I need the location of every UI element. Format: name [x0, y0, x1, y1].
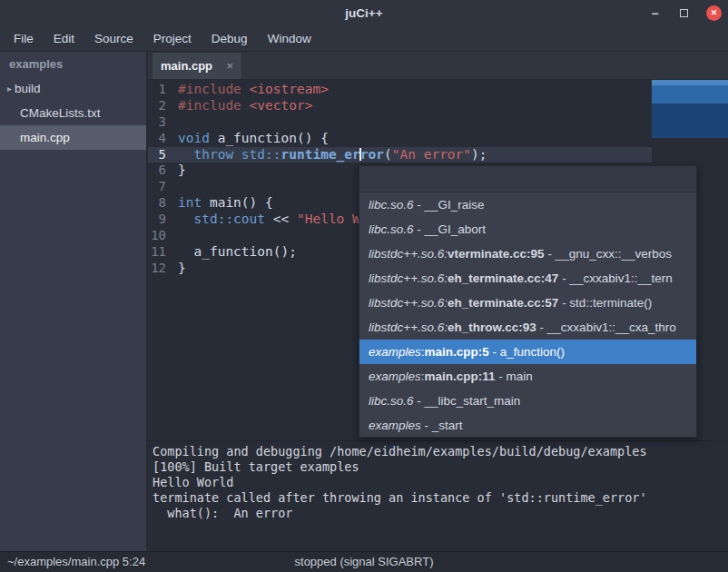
debug-info-overlay-mid [652, 85, 728, 104]
code-line-4[interactable]: 4void a_function() { [148, 131, 728, 147]
stack-frame-item[interactable]: libc.so.6 - __GI_raise [359, 192, 696, 217]
sidebar-item-label: main.cpp [20, 131, 70, 144]
restore-icon [680, 9, 688, 17]
menu-item-project[interactable]: Project [143, 26, 202, 52]
tab-label: main.cpp [161, 59, 226, 73]
code-text: #include <iostream> [172, 82, 329, 98]
menu-item-source[interactable]: Source [84, 26, 143, 52]
tab-close-icon[interactable]: × [226, 59, 233, 73]
console-line: terminate called after throwing an insta… [152, 490, 723, 506]
sidebar-item-main-cpp[interactable]: main.cpp [0, 125, 146, 150]
code-line-2[interactable]: 2#include <vector> [148, 98, 728, 114]
sidebar-item-build[interactable]: ▸build [0, 76, 146, 101]
close-icon: ✕ [711, 9, 718, 17]
menu-item-file[interactable]: File [4, 26, 44, 52]
statusbar: ~/examples/main.cpp 5:24 stopped (signal… [0, 551, 728, 572]
debug-console[interactable]: Compiling and debugging /home/eidheim/ex… [148, 441, 728, 551]
chevron-right-icon[interactable]: ▸ [0, 84, 15, 94]
line-number: 12 [148, 261, 172, 277]
line-number: 5 [148, 147, 172, 163]
menu-item-debug[interactable]: Debug [202, 26, 258, 52]
line-number: 4 [148, 131, 172, 147]
titlebar[interactable]: juCi++ − ✕ [0, 0, 728, 26]
debug-info-overlay [652, 80, 728, 138]
code-line-1[interactable]: 1#include <iostream> [148, 82, 728, 98]
minimize-button[interactable]: − [647, 5, 663, 21]
close-button[interactable]: ✕ [706, 5, 722, 21]
stacktrace-list: libc.so.6 - __GI_raiselibc.so.6 - __GI_a… [359, 192, 696, 438]
popup-filter-input[interactable] [359, 166, 696, 192]
line-number: 6 [148, 163, 172, 179]
stacktrace-popup: libc.so.6 - __GI_raiselibc.so.6 - __GI_a… [359, 165, 697, 438]
code-text [172, 228, 178, 244]
code-text: throw std::runtime_error("An error"); [172, 147, 487, 163]
console-line: Hello World [152, 475, 723, 490]
code-text: int main() { [172, 195, 273, 212]
stack-frame-item[interactable]: examples:main.cpp:5 - a_function() [359, 340, 696, 364]
stack-frame-item[interactable]: libc.so.6 - __libc_start_main [359, 389, 696, 413]
code-text: std::cout << "Hello W [172, 212, 360, 228]
tab-main-cpp[interactable]: main.cpp × [152, 52, 242, 79]
menubar: FileEditSourceProjectDebugWindow [0, 26, 728, 52]
code-text: a_function(); [172, 244, 297, 261]
sidebar-item-label: build [15, 82, 41, 95]
stack-frame-item[interactable]: libstdc++.so.6:eh_terminate.cc:57 - std:… [359, 291, 696, 315]
code-line-5[interactable]: 5 throw std::runtime_error("An error"); [148, 147, 728, 163]
sidebar-item-label: CMakeLists.txt [20, 106, 101, 120]
line-number: 11 [148, 244, 172, 261]
stack-frame-item[interactable]: libstdc++.so.6:eh_terminate.cc:47 - __cx… [359, 266, 696, 291]
stack-frame-item[interactable]: libstdc++.so.6:eh_throw.cc:93 - __cxxabi… [359, 315, 696, 340]
stack-frame-item[interactable]: examples - _start [359, 413, 696, 438]
stack-frame-item[interactable]: libc.so.6 - __GI_abort [359, 217, 696, 242]
console-line: [100%] Built target examples [152, 459, 723, 475]
stack-frame-item[interactable]: examples:main.cpp:11 - main [359, 364, 696, 389]
window-title: juCi++ [0, 0, 728, 26]
app-window: juCi++ − ✕ FileEditSourceProjectDebugWin… [0, 0, 728, 572]
code-text [172, 114, 178, 131]
line-number: 2 [148, 98, 172, 114]
console-line: Compiling and debugging /home/eidheim/ex… [152, 444, 723, 459]
minimize-icon: − [651, 6, 658, 21]
code-text: } [172, 261, 186, 277]
line-number: 9 [148, 212, 172, 228]
stack-frame-item[interactable]: libstdc++.so.6:vterminate.cc:95 - __gnu_… [359, 242, 696, 266]
statusbar-debug-status: stopped (signal SIGABRT) [0, 552, 728, 572]
console-line: what(): An error [152, 506, 723, 521]
restore-button[interactable] [676, 5, 692, 21]
menu-item-window[interactable]: Window [258, 26, 321, 52]
file-tree-sidebar: examples ▸buildCMakeLists.txtmain.cpp [0, 52, 146, 551]
code-text: #include <vector> [172, 98, 312, 114]
file-tree: ▸buildCMakeLists.txtmain.cpp [0, 76, 146, 150]
line-number: 1 [148, 82, 172, 98]
menu-item-edit[interactable]: Edit [44, 26, 84, 52]
line-number: 10 [148, 228, 172, 244]
code-text: } [172, 163, 186, 179]
sidebar-item-cmakelists-txt[interactable]: CMakeLists.txt [0, 101, 146, 125]
line-number: 7 [148, 179, 172, 195]
line-number: 8 [148, 195, 172, 212]
sidebar-header: examples [0, 52, 146, 76]
code-line-3[interactable]: 3 [148, 114, 728, 131]
code-text [172, 179, 178, 195]
line-number: 3 [148, 114, 172, 131]
tabbar: main.cpp × [148, 52, 728, 80]
code-text: void a_function() { [172, 131, 329, 147]
